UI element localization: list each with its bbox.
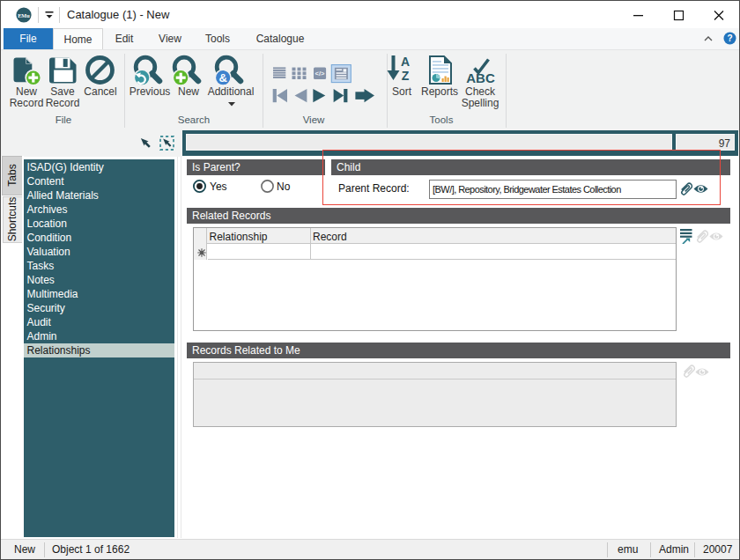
svg-text:Tabs: Tabs: [6, 164, 18, 186]
svg-text:EMu: EMu: [18, 12, 30, 18]
svg-text:Shortcuts: Shortcuts: [6, 197, 18, 242]
svg-text:?: ?: [727, 33, 732, 43]
svg-text:&: &: [219, 71, 227, 85]
svg-text:ABC: ABC: [466, 70, 495, 84]
svg-text:A: A: [401, 55, 410, 69]
svg-text:Z: Z: [402, 69, 410, 83]
svg-text:</>: </>: [315, 70, 325, 77]
